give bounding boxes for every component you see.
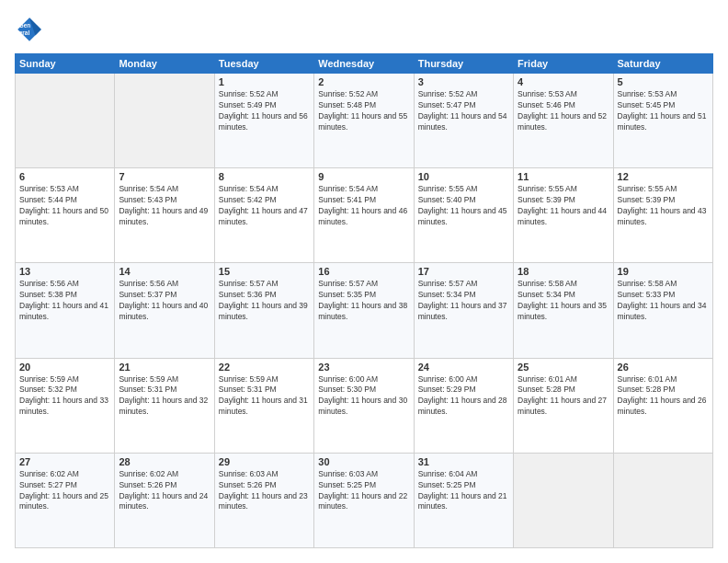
day-number: 12 <box>618 171 709 182</box>
weekday-header: Saturday <box>613 54 712 74</box>
svg-text:eral: eral <box>19 29 30 36</box>
day-number: 27 <box>19 456 110 467</box>
day-number: 11 <box>518 171 609 182</box>
day-number: 19 <box>618 266 709 277</box>
day-info: Sunrise: 5:56 AM Sunset: 5:38 PM Dayligh… <box>19 279 110 323</box>
calendar-cell: 27Sunrise: 6:02 AM Sunset: 5:27 PM Dayli… <box>16 453 115 547</box>
weekday-header: Sunday <box>16 54 115 74</box>
weekday-header: Wednesday <box>314 54 414 74</box>
calendar-cell: 26Sunrise: 6:01 AM Sunset: 5:28 PM Dayli… <box>613 358 712 453</box>
day-info: Sunrise: 6:03 AM Sunset: 5:25 PM Dayligh… <box>318 469 409 513</box>
day-info: Sunrise: 5:58 AM Sunset: 5:33 PM Dayligh… <box>618 279 709 323</box>
day-number: 26 <box>618 362 709 373</box>
calendar-cell: 29Sunrise: 6:03 AM Sunset: 5:26 PM Dayli… <box>214 453 313 547</box>
day-number: 10 <box>418 171 509 182</box>
calendar-cell <box>16 74 115 168</box>
calendar-cell <box>115 74 214 168</box>
calendar-cell: 31Sunrise: 6:04 AM Sunset: 5:25 PM Dayli… <box>414 453 513 547</box>
calendar-cell: 24Sunrise: 6:00 AM Sunset: 5:29 PM Dayli… <box>414 358 513 453</box>
calendar-cell: 3Sunrise: 5:52 AM Sunset: 5:47 PM Daylig… <box>414 74 513 168</box>
day-info: Sunrise: 5:57 AM Sunset: 5:34 PM Dayligh… <box>418 279 509 323</box>
day-number: 4 <box>518 76 609 87</box>
day-info: Sunrise: 5:55 AM Sunset: 5:39 PM Dayligh… <box>518 184 609 228</box>
calendar-week-row: 13Sunrise: 5:56 AM Sunset: 5:38 PM Dayli… <box>16 263 713 358</box>
calendar-cell: 12Sunrise: 5:55 AM Sunset: 5:39 PM Dayli… <box>613 168 712 263</box>
calendar-cell: 15Sunrise: 5:57 AM Sunset: 5:36 PM Dayli… <box>214 263 313 358</box>
day-info: Sunrise: 5:53 AM Sunset: 5:46 PM Dayligh… <box>518 89 609 133</box>
day-number: 8 <box>219 171 310 182</box>
day-info: Sunrise: 5:52 AM Sunset: 5:47 PM Dayligh… <box>418 89 509 133</box>
day-number: 2 <box>318 76 409 87</box>
day-info: Sunrise: 5:53 AM Sunset: 5:45 PM Dayligh… <box>618 89 709 133</box>
day-info: Sunrise: 5:54 AM Sunset: 5:42 PM Dayligh… <box>219 184 310 228</box>
calendar-week-row: 1Sunrise: 5:52 AM Sunset: 5:49 PM Daylig… <box>16 74 713 168</box>
logo: Gen eral <box>15 15 48 44</box>
calendar-cell: 1Sunrise: 5:52 AM Sunset: 5:49 PM Daylig… <box>214 74 313 168</box>
calendar-cell: 25Sunrise: 6:01 AM Sunset: 5:28 PM Dayli… <box>514 358 613 453</box>
calendar-cell: 19Sunrise: 5:58 AM Sunset: 5:33 PM Dayli… <box>613 263 712 358</box>
day-number: 16 <box>318 266 409 277</box>
day-info: Sunrise: 5:59 AM Sunset: 5:32 PM Dayligh… <box>19 374 110 419</box>
day-number: 13 <box>19 266 110 277</box>
calendar-cell: 23Sunrise: 6:00 AM Sunset: 5:30 PM Dayli… <box>314 358 414 453</box>
calendar-cell: 4Sunrise: 5:53 AM Sunset: 5:46 PM Daylig… <box>514 74 613 168</box>
calendar-cell: 6Sunrise: 5:53 AM Sunset: 5:44 PM Daylig… <box>16 168 115 263</box>
calendar-cell: 22Sunrise: 5:59 AM Sunset: 5:31 PM Dayli… <box>214 358 313 453</box>
day-info: Sunrise: 6:00 AM Sunset: 5:29 PM Dayligh… <box>418 374 509 419</box>
day-number: 23 <box>318 362 409 373</box>
day-number: 14 <box>119 266 210 277</box>
calendar-cell <box>613 453 712 547</box>
calendar-cell: 10Sunrise: 5:55 AM Sunset: 5:40 PM Dayli… <box>414 168 513 263</box>
day-info: Sunrise: 5:57 AM Sunset: 5:36 PM Dayligh… <box>219 279 310 323</box>
calendar: SundayMondayTuesdayWednesdayThursdayFrid… <box>15 53 713 548</box>
day-number: 22 <box>219 362 310 373</box>
calendar-cell: 16Sunrise: 5:57 AM Sunset: 5:35 PM Dayli… <box>314 263 414 358</box>
header: Gen eral <box>15 15 713 44</box>
day-number: 29 <box>219 456 310 467</box>
calendar-cell: 2Sunrise: 5:52 AM Sunset: 5:48 PM Daylig… <box>314 74 414 168</box>
calendar-cell: 21Sunrise: 5:59 AM Sunset: 5:31 PM Dayli… <box>115 358 214 453</box>
day-info: Sunrise: 5:52 AM Sunset: 5:49 PM Dayligh… <box>219 89 310 133</box>
day-info: Sunrise: 6:02 AM Sunset: 5:26 PM Dayligh… <box>119 469 210 513</box>
day-info: Sunrise: 5:59 AM Sunset: 5:31 PM Dayligh… <box>219 374 310 419</box>
weekday-header: Tuesday <box>214 54 313 74</box>
calendar-cell: 8Sunrise: 5:54 AM Sunset: 5:42 PM Daylig… <box>214 168 313 263</box>
calendar-cell <box>514 453 613 547</box>
calendar-cell: 20Sunrise: 5:59 AM Sunset: 5:32 PM Dayli… <box>16 358 115 453</box>
calendar-header: SundayMondayTuesdayWednesdayThursdayFrid… <box>16 54 713 74</box>
day-number: 30 <box>318 456 409 467</box>
calendar-week-row: 6Sunrise: 5:53 AM Sunset: 5:44 PM Daylig… <box>16 168 713 263</box>
weekday-header-row: SundayMondayTuesdayWednesdayThursdayFrid… <box>16 54 713 74</box>
weekday-header: Friday <box>514 54 613 74</box>
day-number: 18 <box>518 266 609 277</box>
day-info: Sunrise: 6:04 AM Sunset: 5:25 PM Dayligh… <box>418 469 509 513</box>
day-number: 21 <box>119 362 210 373</box>
day-info: Sunrise: 5:59 AM Sunset: 5:31 PM Dayligh… <box>119 374 210 419</box>
calendar-cell: 5Sunrise: 5:53 AM Sunset: 5:45 PM Daylig… <box>613 74 712 168</box>
day-number: 15 <box>219 266 310 277</box>
day-info: Sunrise: 6:02 AM Sunset: 5:27 PM Dayligh… <box>19 469 110 513</box>
day-info: Sunrise: 6:01 AM Sunset: 5:28 PM Dayligh… <box>618 374 709 419</box>
day-info: Sunrise: 5:58 AM Sunset: 5:34 PM Dayligh… <box>518 279 609 323</box>
day-number: 28 <box>119 456 210 467</box>
calendar-cell: 30Sunrise: 6:03 AM Sunset: 5:25 PM Dayli… <box>314 453 414 547</box>
day-number: 6 <box>19 171 110 182</box>
day-info: Sunrise: 5:55 AM Sunset: 5:39 PM Dayligh… <box>618 184 709 228</box>
calendar-cell: 13Sunrise: 5:56 AM Sunset: 5:38 PM Dayli… <box>16 263 115 358</box>
day-number: 7 <box>119 171 210 182</box>
day-number: 31 <box>418 456 509 467</box>
day-number: 25 <box>518 362 609 373</box>
day-number: 24 <box>418 362 509 373</box>
calendar-cell: 14Sunrise: 5:56 AM Sunset: 5:37 PM Dayli… <box>115 263 214 358</box>
day-info: Sunrise: 5:54 AM Sunset: 5:43 PM Dayligh… <box>119 184 210 228</box>
day-info: Sunrise: 5:53 AM Sunset: 5:44 PM Dayligh… <box>19 184 110 228</box>
calendar-cell: 7Sunrise: 5:54 AM Sunset: 5:43 PM Daylig… <box>115 168 214 263</box>
day-number: 9 <box>318 171 409 182</box>
day-number: 20 <box>19 362 110 373</box>
day-number: 5 <box>618 76 709 87</box>
day-info: Sunrise: 6:03 AM Sunset: 5:26 PM Dayligh… <box>219 469 310 513</box>
day-info: Sunrise: 5:57 AM Sunset: 5:35 PM Dayligh… <box>318 279 409 323</box>
weekday-header: Thursday <box>414 54 513 74</box>
day-info: Sunrise: 5:52 AM Sunset: 5:48 PM Dayligh… <box>318 89 409 133</box>
day-number: 3 <box>418 76 509 87</box>
